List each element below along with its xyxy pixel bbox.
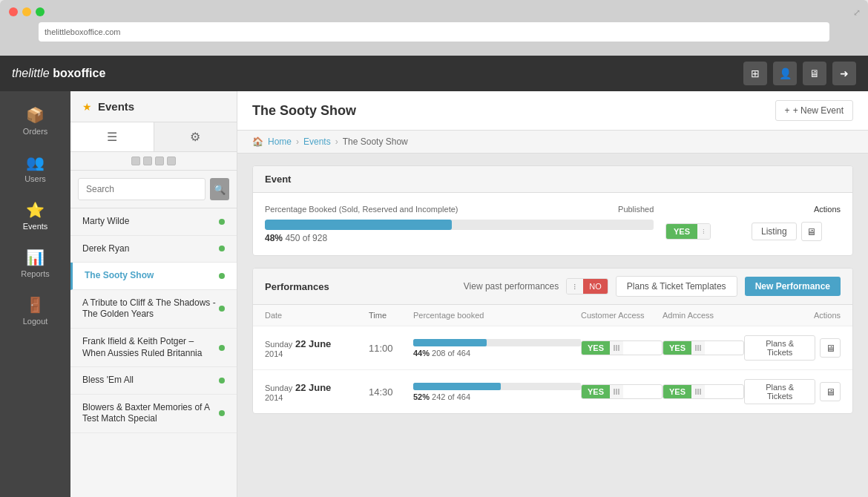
admin-yes-toggle-2[interactable]: YES — [662, 384, 744, 399]
stat-labels: Percentage Booked (Sold, Reserved and In… — [265, 205, 841, 214]
table-row: Sunday 22 June 2014 11:00 44% — [253, 326, 852, 370]
pct-fill-2 — [413, 383, 501, 390]
yes-toggle[interactable]: YES — [666, 224, 697, 239]
listing-button[interactable]: Listing — [752, 223, 797, 240]
cards-area: Event Percentage Booked (Sold, Reserved … — [237, 154, 868, 497]
customer-bars-2[interactable] — [610, 385, 623, 398]
grid-icon-btn[interactable]: ⊞ — [743, 62, 767, 85]
page-dot-3[interactable] — [155, 157, 164, 165]
bars-toggle-btn[interactable]: ⫶ — [567, 279, 583, 294]
active-dot — [219, 273, 225, 279]
new-performance-button[interactable]: New Performance — [745, 277, 841, 296]
admin-bars-2[interactable] — [691, 385, 705, 398]
breadcrumb-events[interactable]: Events — [303, 136, 331, 147]
plans-tickets-button-2[interactable]: Plans & Tickets — [744, 379, 815, 404]
list-item[interactable]: Blowers & Baxter Memories of A Test Matc… — [70, 395, 237, 433]
new-event-button[interactable]: + + New Event — [775, 100, 853, 121]
bar-line — [700, 389, 701, 395]
logout-icon-btn[interactable]: ➜ — [832, 62, 856, 85]
events-panel: ★ Events ☰ ⚙ 🔍 — [70, 91, 237, 497]
event-name: Marty Wilde — [82, 216, 219, 228]
col-actions-header: Actions — [744, 311, 841, 320]
pct-num-2: 52% — [413, 392, 430, 401]
monitor-perf-btn-1[interactable]: 🖥 — [820, 338, 841, 358]
admin-bars-1[interactable] — [691, 341, 705, 355]
user-icon-btn[interactable]: 👤 — [773, 62, 797, 85]
events-icon: ⭐ — [26, 201, 45, 219]
view-past-toggle[interactable]: ⫶ NO — [566, 278, 608, 294]
page-dot-2[interactable] — [143, 157, 152, 165]
sidebar-item-events[interactable]: ⭐ Events — [0, 192, 70, 240]
perf-table-header: Date Time Percentage booked Customer Acc… — [253, 305, 852, 326]
progress-detail: 450 of 928 — [285, 233, 327, 243]
list-item[interactable]: Derek Ryan — [70, 236, 237, 263]
customer-bars-1[interactable] — [610, 341, 623, 355]
list-item[interactable]: A Tribute to Cliff & The Shadows - The G… — [70, 290, 237, 329]
page-dot-4[interactable] — [167, 157, 176, 165]
event-name: Frank Ifield & Keith Potger – When Aussi… — [82, 336, 219, 359]
gear-icon: ⚙ — [190, 130, 200, 144]
sidebar-item-logout[interactable]: 🚪 Logout — [0, 287, 70, 335]
logo-little: little — [28, 67, 49, 79]
list-item[interactable]: Marty Wilde — [70, 208, 237, 236]
list-item-active[interactable]: The Sooty Show — [70, 263, 237, 290]
plans-ticket-templates-button[interactable]: Plans & Ticket Templates — [616, 276, 737, 297]
bar-line — [697, 345, 699, 351]
address-bar[interactable]: thelittleboxoffice.com — [39, 22, 829, 42]
monitor-button[interactable]: 🖥 — [801, 222, 822, 241]
users-icon: 👥 — [26, 154, 45, 171]
nav-icons: ⊞ 👤 🖥 ➜ — [743, 62, 856, 85]
bar-line — [614, 389, 615, 395]
col-time-header: Time — [369, 311, 413, 320]
active-dot — [219, 410, 225, 416]
customer-yes-2[interactable]: YES — [582, 385, 610, 398]
list-item[interactable]: Frank Ifield & Keith Potger – When Aussi… — [70, 329, 237, 367]
sidebar-item-logout-label: Logout — [23, 317, 48, 326]
admin-yes-1[interactable]: YES — [663, 341, 691, 355]
logo-boxoffice: boxoffice — [53, 67, 105, 79]
plans-tickets-button-1[interactable]: Plans & Tickets — [744, 335, 815, 361]
no-toggle-btn[interactable]: NO — [583, 279, 608, 294]
customer-yes-toggle-2[interactable]: YES — [581, 384, 662, 399]
events-header: ★ Events — [70, 91, 237, 122]
settings-btn[interactable]: ⚙ — [154, 122, 237, 151]
performances-card: Performances View past performances ⫶ NO… — [252, 268, 853, 414]
page-title: The Sooty Show — [252, 103, 356, 119]
sidebar-item-users[interactable]: 👥 Users — [0, 145, 70, 192]
admin-toggle-2[interactable]: YES — [662, 384, 744, 399]
list-view-btn[interactable]: ☰ — [70, 122, 154, 151]
customer-yes-1[interactable]: YES — [582, 341, 610, 355]
customer-toggle-2[interactable]: YES — [581, 384, 662, 399]
search-button[interactable]: 🔍 — [210, 178, 229, 200]
event-stats-row: 48% 450 of 928 YES ⫶ — [265, 220, 841, 243]
active-dot — [219, 219, 225, 225]
customer-toggle-1[interactable]: YES — [581, 340, 662, 355]
published-toggle[interactable]: YES ⫶ — [665, 223, 711, 240]
active-dot — [219, 345, 225, 351]
bar-line — [616, 389, 617, 395]
event-name: Derek Ryan — [82, 243, 219, 255]
event-name-active: The Sooty Show — [85, 270, 219, 282]
search-input[interactable] — [78, 178, 206, 200]
admin-yes-toggle-1[interactable]: YES — [662, 340, 744, 355]
customer-yes-toggle-1[interactable]: YES — [581, 340, 662, 355]
progress-bar-fill — [265, 220, 452, 230]
active-dot — [219, 306, 225, 312]
list-item[interactable]: Bless 'Em All — [70, 367, 237, 395]
page-dot-1[interactable] — [131, 157, 140, 165]
monitor-icon-btn[interactable]: 🖥 — [803, 62, 826, 85]
no-toggle[interactable]: ⫶ — [697, 224, 710, 239]
user-icon: 👤 — [779, 68, 792, 79]
sidebar-item-reports[interactable]: 📊 Reports — [0, 240, 70, 287]
breadcrumb-home[interactable]: Home — [268, 136, 292, 147]
logout-sidebar-icon: 🚪 — [26, 296, 45, 314]
monitor-perf-btn-2[interactable]: 🖥 — [820, 382, 841, 401]
sidebar-item-events-label: Events — [23, 222, 48, 231]
admin-toggle-1[interactable]: YES — [662, 340, 744, 355]
events-toolbar: ☰ ⚙ — [70, 122, 237, 152]
sidebar-item-orders[interactable]: 📦 Orders — [0, 97, 70, 145]
admin-yes-2[interactable]: YES — [663, 385, 691, 398]
logout-icon: ➜ — [840, 68, 849, 79]
perf-pct-2: 52% 242 of 464 — [413, 383, 581, 401]
event-card-header: Event — [253, 166, 852, 193]
